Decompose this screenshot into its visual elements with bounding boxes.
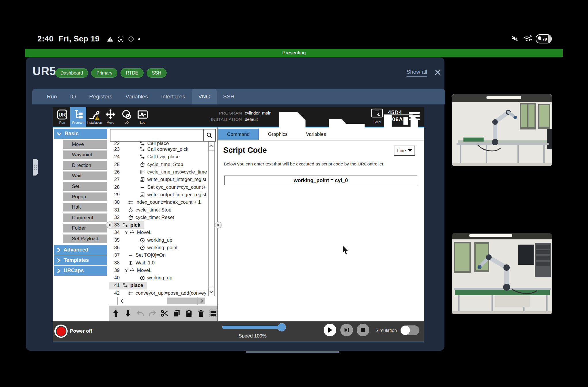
undo-icon[interactable] [136,309,144,318]
polyscope-nav-item[interactable]: Program [70,107,86,127]
notification-dot [138,37,141,41]
sidebar-item-direction[interactable]: Direction [63,161,107,170]
program-tree-row[interactable]: 24 Call tray_place [109,153,208,161]
program-tree-row[interactable]: 29 write_output_integer_regist [109,191,208,199]
app-tab[interactable]: Run [40,89,64,104]
collapse-sidebar-handle[interactable] [106,222,113,228]
arrow-down-icon[interactable] [124,309,132,318]
sidebar-item-set-payload[interactable]: Set Payload [63,235,107,243]
program-tree-row[interactable]: 33 pick [109,221,208,229]
call-icon [140,146,145,152]
power-off-button[interactable] [54,325,68,338]
app-tab[interactable]: Interfaces [154,89,192,104]
app-tab[interactable]: VNC [192,89,216,104]
sidebar-section-advanced[interactable]: Advanced [54,245,107,255]
local-mode-button[interactable]: Local [371,108,384,124]
program-tree-row[interactable]: 37 Set TO[0]=On [109,251,208,259]
polyscope-nav-item[interactable]: Installation [86,107,102,127]
program-tree-row[interactable]: 31 cycle_time: Stop [109,206,208,213]
search-icon[interactable] [203,129,215,141]
speed-slider[interactable] [222,326,285,329]
program-tree-row[interactable]: 22 Call place [109,142,208,146]
timer-icon [140,162,145,167]
program-tree-row[interactable]: 30 index_count:=index_count + 1 [109,199,208,206]
simulation-toggle[interactable] [400,325,419,335]
program-tree-row[interactable]: 39 MoveL [109,267,208,274]
sidebar-item-comment[interactable]: Comment [63,213,107,222]
paste-clipboard-icon[interactable] [185,309,193,318]
command-panel-tab[interactable]: Variables [297,129,335,140]
app-tab[interactable]: SSH [217,89,241,104]
app-tab[interactable]: IO [64,89,83,104]
waypoint-icon [140,275,145,281]
home-indicator[interactable] [246,351,339,353]
edge-panel-handle[interactable] [33,159,38,176]
program-tree-row[interactable]: 28 Set cyc_count=cyc_count+ [109,183,208,191]
date: Fri, Sep 19 [59,35,100,43]
sidebar-item-set[interactable]: Set [63,182,107,191]
cut-scissors-icon[interactable] [160,309,169,318]
sidebar-item-waypoint[interactable]: Waypoint [63,150,107,159]
hamburger-menu-icon[interactable] [407,110,421,122]
close-icon[interactable] [434,68,442,77]
app-tab[interactable]: Variables [119,89,154,104]
sidebar-item-wait[interactable]: Wait [63,171,107,180]
scroll-right-icon[interactable] [197,297,206,305]
presenting-label: Presenting [282,50,306,56]
polyscope-nav-item[interactable]: I/O [119,107,135,127]
tree-horizontal-scrollbar[interactable] [117,297,206,305]
copy-icon[interactable] [173,309,181,318]
expand-panel-handle[interactable] [215,222,222,228]
scroll-left-icon[interactable] [118,297,126,305]
sidebar-item-halt[interactable]: Halt [63,203,107,211]
suppress-icon[interactable] [209,309,217,318]
program-tree-row[interactable]: 27 write_output_integer_regist [109,176,208,183]
sidebar-section-basic[interactable]: Basic [54,129,107,139]
program-tree-row[interactable]: 42 conveyor_up:=pose_add(convey [109,289,208,296]
tree-vertical-scrollbar[interactable] [208,142,215,296]
program-tree-row[interactable]: 23 Call conveyor_pick [109,146,208,153]
command-panel-tab[interactable]: Command [218,129,259,140]
call-icon [140,154,145,160]
sidebar-item-move[interactable]: Move [63,140,107,149]
scrollbar-thumb[interactable] [209,150,214,286]
program-tree-row[interactable]: 26 cycle_time_ms:=cycle_time [109,168,208,176]
program-tree-row[interactable]: 40 working_up [109,274,208,282]
priority-mode-icon [128,36,134,42]
show-all-link[interactable]: Show all [406,69,427,77]
program-tree-row[interactable]: 34 MoveL [109,229,208,236]
program-tree-row[interactable]: 35 working_up [109,237,208,244]
script-description: Below you can enter text that will be ex… [224,161,384,167]
script-type-dropdown[interactable]: Line [394,146,415,156]
scroll-up-icon[interactable] [209,142,214,150]
polyscope-nav-item[interactable]: Move [102,107,119,127]
polyscope-nav-item[interactable]: Log [135,107,151,127]
sidebar-section-templates[interactable]: Templates [54,255,107,265]
program-tree-row[interactable]: 25 cycle_time: Stop [109,161,208,168]
program-tree-row[interactable]: 32 cycle_time: Reset [109,214,208,221]
polyscope-nav-item[interactable]: UR Run [54,107,70,127]
speed-slider-knob[interactable] [278,323,286,331]
sidebar-item-popup[interactable]: Popup [63,192,107,201]
waypoint-icon [140,245,145,251]
step-button[interactable] [340,324,353,336]
program-tree-row[interactable]: 36 working_point [109,244,208,251]
arrow-up-icon[interactable] [112,309,120,318]
delete-trash-icon[interactable] [197,309,205,318]
play-button[interactable] [324,324,336,336]
scroll-down-icon[interactable] [209,288,214,296]
sidebar-item-folder[interactable]: Folder [63,224,107,232]
polyscope-body: BasicMoveWaypointDirectionWaitSetPopupHa… [53,127,424,321]
script-expression-input[interactable]: working_point = cyl_0 [224,176,417,185]
search-input[interactable] [110,129,203,141]
sidebar-section-urcaps[interactable]: URCaps [54,266,107,276]
command-panel-tab[interactable]: Graphics [259,129,297,140]
app-tab[interactable]: Registers [83,89,119,104]
chevron-down-icon [408,149,412,152]
program-tree-row[interactable]: 38 Wait: 1.0 [109,259,208,266]
program-tree-row[interactable]: 41 place [109,282,208,289]
redo-icon[interactable] [148,309,156,318]
svg-text:5: 5 [530,34,532,37]
stop-button[interactable] [357,324,369,336]
polyscope-footer: Power off Speed 100% Simulation [53,321,424,342]
